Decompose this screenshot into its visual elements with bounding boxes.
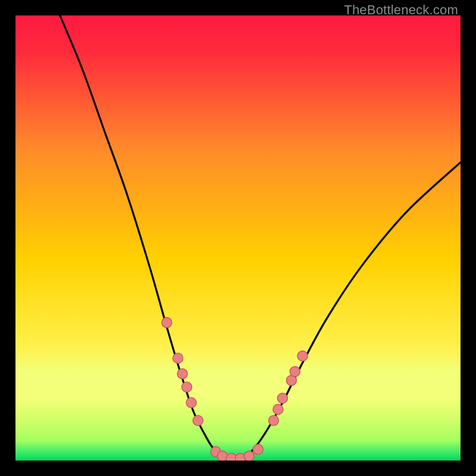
gradient-background [15,15,461,461]
data-dot [244,451,254,461]
data-dot [277,393,287,403]
chart-frame [15,15,461,461]
data-dot [177,369,187,379]
data-dot [186,397,196,408]
data-dot [193,415,203,425]
bottleneck-plot [15,15,461,461]
data-dot [268,415,278,425]
watermark-text: TheBottleneck.com [344,2,458,18]
data-dot [290,367,300,377]
data-dot [273,404,283,414]
data-dot [162,318,172,328]
data-dot [298,351,308,361]
data-dot [173,353,183,363]
data-dot [253,444,263,455]
data-dot [181,382,192,392]
